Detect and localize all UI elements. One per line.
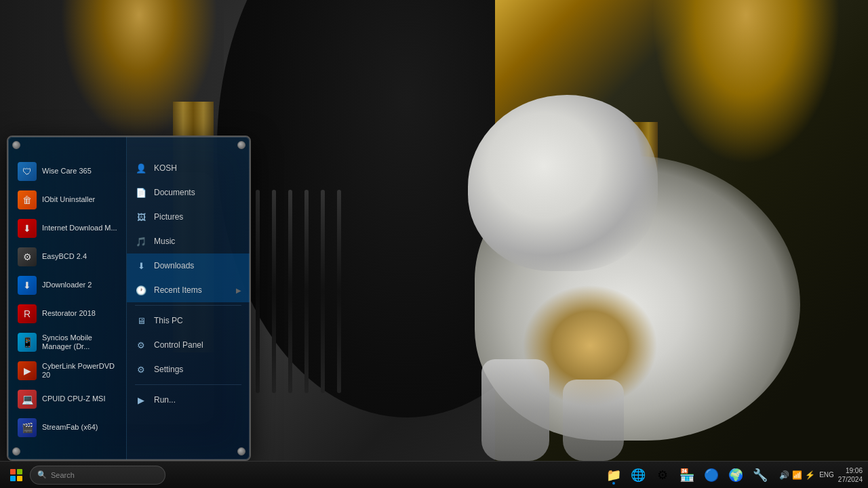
taskbar: 🔍 Search 📁🌐⚙🏪🔵🌍🔧 🔊 📶 ⚡ ENG 19:06 27/2024	[0, 461, 868, 488]
bolt-bl	[12, 447, 20, 455]
tray-icon-3[interactable]: ⚡	[805, 470, 815, 480]
app-icon-wise-care: 🛡	[18, 162, 37, 181]
taskbar-icon-file-explorer[interactable]: 📁	[603, 464, 625, 486]
app-item-cpuid[interactable]: 💻CPUID CPU-Z MSI	[8, 385, 126, 413]
place-label-downloads: Downloads	[154, 261, 241, 270]
taskbar-center: 📁🌐⚙🏪🔵🌍🔧	[600, 464, 774, 486]
app-icon-cpuid: 💻	[18, 390, 37, 409]
win-logo-q4	[17, 476, 22, 481]
app-icon-restorator: R	[18, 304, 37, 323]
place-icon-pictures: 🖼	[135, 211, 147, 223]
place-icon-control-panel: ⚙	[135, 339, 147, 351]
place-label-music: Music	[154, 237, 241, 246]
app-item-easybcd[interactable]: ⚙EasyBCD 2.4	[8, 243, 126, 271]
app-icon-easybcd: ⚙	[18, 247, 37, 266]
app-icon-syncios: 📱	[18, 333, 37, 352]
app-icon-streamfab: 🎬	[18, 418, 37, 437]
app-item-syncios[interactable]: 📱Syncios Mobile Manager (Dr...	[8, 328, 126, 357]
app-label-iobit: IObit Uninstaller	[42, 195, 95, 204]
clock-date: 27/2024	[838, 475, 863, 484]
app-label-idm: Internet Download M...	[42, 224, 117, 232]
app-item-wise-care[interactable]: 🛡Wise Care 365	[8, 157, 126, 186]
panel-divider-run	[135, 384, 241, 385]
place-icon-this-pc: 🖥	[135, 314, 147, 327]
place-item-kosh[interactable]: 👤KOSH	[127, 156, 250, 180]
place-label-documents: Documents	[154, 188, 241, 197]
windows-logo	[10, 469, 22, 481]
place-item-pictures[interactable]: 🖼Pictures	[127, 205, 250, 229]
clock-time: 19:06	[838, 466, 863, 475]
place-label-kosh: KOSH	[154, 163, 241, 173]
place-icon-documents: 📄	[135, 186, 147, 199]
app-item-iobit[interactable]: 🗑IObit Uninstaller	[8, 186, 126, 214]
place-item-music[interactable]: 🎵Music	[127, 229, 250, 253]
place-item-control-panel[interactable]: ⚙Control Panel	[127, 333, 250, 357]
taskbar-icon-ie[interactable]: 🌍	[725, 464, 747, 486]
win-logo-q1	[10, 469, 16, 474]
app-item-cyberlink[interactable]: ▶CyberLink PowerDVD 20	[8, 357, 126, 385]
place-icon-kosh: 👤	[135, 162, 147, 174]
search-icon: 🔍	[37, 470, 47, 479]
place-label-this-pc: This PC	[154, 316, 241, 325]
taskbar-icon-app7[interactable]: 🔧	[749, 464, 771, 486]
bolt-tl	[12, 141, 20, 149]
taskbar-icon-settings-app[interactable]: ⚙	[652, 464, 673, 486]
place-label-settings: Settings	[154, 365, 241, 374]
tiger-area	[441, 81, 834, 461]
app-item-restorator[interactable]: RRestorator 2018	[8, 300, 126, 328]
taskbar-lang: ENG	[819, 471, 834, 479]
place-item-documents[interactable]: 📄Documents	[127, 180, 250, 205]
app-label-jdownloader: JDownloader 2	[42, 281, 92, 289]
taskbar-search[interactable]: 🔍 Search	[30, 466, 165, 485]
taskbar-right: 🔊 📶 ⚡ ENG 19:06 27/2024	[774, 466, 868, 484]
start-menu: 🛡Wise Care 365🗑IObit Uninstaller⬇Interne…	[7, 136, 251, 461]
taskbar-icon-edge[interactable]: 🌐	[627, 464, 649, 486]
app-icon-jdownloader: ⬇	[18, 276, 37, 295]
app-label-cyberlink: CyberLink PowerDVD 20	[42, 362, 119, 380]
place-item-downloads[interactable]: ⬇Downloads	[127, 253, 250, 278]
apps-panel: 🛡Wise Care 365🗑IObit Uninstaller⬇Interne…	[8, 137, 127, 460]
app-label-streamfab: StreamFab (x64)	[42, 423, 98, 432]
tray-icon-1[interactable]: 🔊	[779, 470, 789, 480]
tray-icon-2[interactable]: 📶	[792, 470, 802, 480]
app-label-wise-care: Wise Care 365	[42, 167, 92, 176]
app-item-streamfab[interactable]: 🎬StreamFab (x64)	[8, 413, 126, 442]
place-icon-music: 🎵	[135, 235, 147, 247]
app-label-cpuid: CPUID CPU-Z MSI	[42, 394, 106, 403]
app-item-idm[interactable]: ⬇Internet Download M...	[8, 214, 126, 243]
start-button[interactable]	[5, 464, 27, 486]
place-label-run: Run...	[154, 395, 241, 405]
bolt-tr	[237, 141, 245, 149]
place-icon-recent-items: 🕐	[135, 284, 147, 296]
place-label-control-panel: Control Panel	[154, 340, 241, 350]
place-item-run[interactable]: ▶Run...	[127, 388, 250, 412]
app-label-easybcd: EasyBCD 2.4	[42, 252, 87, 261]
taskbar-icon-chrome[interactable]: 🔵	[701, 464, 722, 486]
place-label-pictures: Pictures	[154, 212, 241, 222]
app-icon-cyberlink: ▶	[18, 361, 37, 380]
places-panel: 👤KOSH📄Documents🖼Pictures🎵Music⬇Downloads…	[127, 137, 250, 460]
place-label-recent-items: Recent Items	[154, 285, 229, 295]
win-logo-q2	[17, 469, 22, 474]
place-item-settings[interactable]: ⚙Settings	[127, 357, 250, 382]
taskbar-icon-store[interactable]: 🏪	[676, 464, 698, 486]
place-icon-downloads: ⬇	[135, 260, 147, 272]
place-icon-settings: ⚙	[135, 363, 147, 375]
app-label-syncios: Syncios Mobile Manager (Dr...	[42, 333, 119, 351]
place-item-this-pc[interactable]: 🖥This PC	[127, 308, 250, 333]
place-icon-run: ▶	[135, 394, 147, 406]
place-item-recent-items[interactable]: 🕐Recent Items▶	[127, 278, 250, 302]
app-label-restorator: Restorator 2018	[42, 309, 96, 318]
clock: 19:06 27/2024	[838, 466, 863, 484]
taskbar-left: 🔍 Search	[0, 464, 600, 486]
panel-divider-6	[135, 305, 241, 306]
app-icon-iobit: 🗑	[18, 190, 37, 209]
place-arrow-recent-items: ▶	[236, 287, 241, 294]
bolt-br	[237, 447, 245, 455]
app-item-jdownloader[interactable]: ⬇JDownloader 2	[8, 271, 126, 300]
active-dot-file-explorer	[612, 482, 615, 485]
system-tray: 🔊 📶 ⚡	[779, 470, 815, 480]
win-logo-q3	[10, 476, 16, 481]
app-icon-idm: ⬇	[18, 219, 37, 238]
search-placeholder: Search	[51, 471, 75, 479]
